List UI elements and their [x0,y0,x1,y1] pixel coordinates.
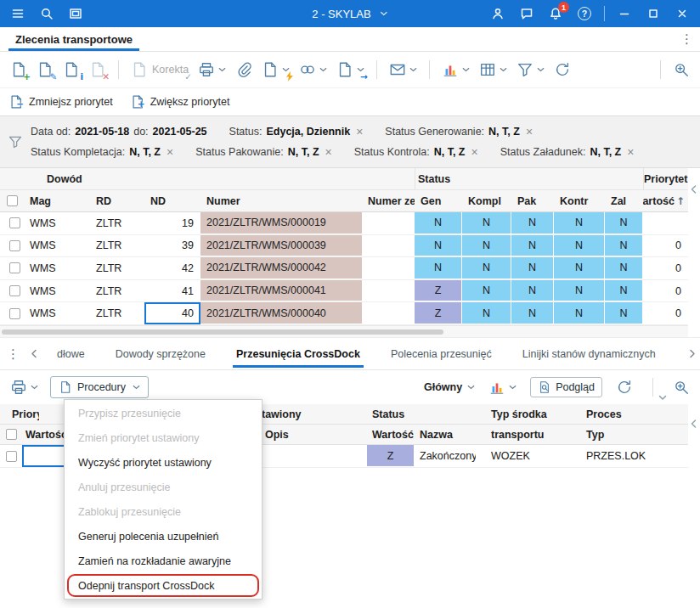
korekta-button[interactable]: ✓ Korekta [127,57,192,82]
row-checkbox[interactable] [9,308,20,319]
menu-item-przypisz-przesuniecie[interactable]: Przypisz przesunięcie [65,401,262,425]
cell-pak[interactable]: N [511,280,554,302]
filter-chip-generowanie[interactable]: Status Generowanie: N, T, Z × [385,126,533,138]
cell-kontr[interactable]: N [554,257,605,279]
cell-kompl[interactable]: N [462,257,511,279]
tab-dlowe[interactable]: dłowe [54,338,88,369]
filter-chip-data[interactable]: Data od: 2021-05-18 do: 2021-05-25 [31,126,207,138]
table-row[interactable]: WMS ZLTR 41 2021/ZLTR/WMS/000041 Z N N N… [0,280,688,303]
cell-kompl[interactable]: N [462,212,511,234]
zoom-button[interactable] [669,374,693,400]
cell-rd[interactable]: ZLTR [90,302,144,324]
filter-chip-pakowanie[interactable]: Status Pakowanie: N, T, Z × [195,146,332,158]
column-header-numer-zew[interactable]: Numer zew. [362,195,415,207]
document-info-button[interactable]: i [59,57,83,82]
filter-chip-kompletacja[interactable]: Status Kompletacja: N, T, Z × [31,146,173,158]
remove-filter-icon[interactable]: × [325,146,332,158]
menu-item-odepnij-transport-crossdock[interactable]: Odepnij transport CrossDock [65,573,262,598]
chart-button[interactable] [485,374,520,400]
column-header-wartosc[interactable]: Wartość ↑ [643,195,688,207]
cell-numer-zew[interactable] [362,235,415,257]
cell-numer[interactable]: 2021/ZLTR/WMS/000019 [200,212,362,234]
tabs-scroll-left-icon[interactable] [26,349,42,358]
cell-rd[interactable]: ZLTR [90,257,144,279]
cell-numer-zew[interactable] [362,280,415,302]
cell-nd-focused[interactable]: 40 [144,302,200,324]
cell-rd[interactable]: ZLTR [90,235,144,257]
link-documents-button[interactable] [296,57,330,82]
row-checkbox[interactable] [9,285,20,296]
cell-gen[interactable]: Z [415,280,462,302]
column-header-mag[interactable]: Mag [24,195,90,207]
column-header-nazwa[interactable]: Nazwa [415,425,476,444]
cell-zal[interactable]: N [605,212,643,234]
row-checkbox[interactable] [9,217,20,228]
cell-pak[interactable]: N [511,302,554,324]
remove-filter-icon[interactable]: × [627,146,634,158]
cell-gen[interactable]: N [415,212,462,234]
row-checkbox[interactable] [9,262,20,273]
more-vertical-icon[interactable]: ⋮ [674,31,700,47]
hamburger-menu-icon[interactable] [3,0,32,27]
table-row[interactable]: WMS ZLTR 39 2021/ZLTR/WMS/000039 N N N N… [0,235,688,258]
menu-item-wyczysc-priorytet-ustawiony[interactable]: Wyczyść priorytet ustawiony [65,450,262,475]
scrollbar-thumb[interactable] [2,329,443,335]
column-group-typ-srodka[interactable]: Typ środka [476,404,571,424]
column-header-typ[interactable]: Typ [571,425,688,444]
cell-status-nazwa[interactable]: Zakończony [415,445,476,467]
delete-document-button[interactable]: ✕ [86,57,110,82]
cell-typ-transportu[interactable]: WOZEK [476,445,571,467]
column-header-rd[interactable]: RD [90,195,144,207]
remove-filter-icon[interactable]: × [526,126,533,138]
cell-numer[interactable]: 2021/ZLTR/WMS/000041 [200,280,362,302]
column-header-numer[interactable]: Numer [200,195,362,207]
cell-nd[interactable]: 41 [144,280,200,302]
maximize-button[interactable] [639,0,668,27]
cell-nd[interactable]: 42 [144,257,200,279]
print-button[interactable] [195,57,229,82]
menu-item-generuj-polecenia-uzupelnien[interactable]: Generuj polecenia uzupełnień [65,524,262,549]
column-group-priorytet[interactable]: Priorytet [643,168,688,189]
chart-button[interactable] [438,57,473,82]
cell-numer-zew[interactable] [362,302,415,324]
cell-gen[interactable]: N [415,257,462,279]
tab-linijki-stanow-dynamicznych[interactable]: Linijki stanów dynamicznych [519,338,659,369]
cell-mag[interactable]: WMS [24,257,90,279]
menu-item-zamien-na-rozkladanie-awaryjne[interactable]: Zamień na rozkładanie awaryjne [65,549,262,573]
cell-kompl[interactable]: N [462,302,511,324]
add-document-button[interactable]: + [7,57,31,82]
column-group-status[interactable]: Status [415,168,643,189]
cell-pak[interactable]: N [511,235,554,257]
cell-gen[interactable]: Z [415,302,462,324]
tab-zlecenia-transportowe[interactable]: Zlecenia transportowe [8,27,139,51]
help-icon[interactable]: ? [570,0,599,27]
tab-przesuniecia-crossdock[interactable]: Przesunięcia CrossDock [233,338,364,369]
remove-filter-icon[interactable]: × [471,146,477,158]
collapse-side-panel-icon[interactable] [691,185,697,194]
column-header-pak[interactable]: Pak [511,195,554,207]
attachment-button[interactable] [232,57,256,82]
app-frame-icon[interactable] [61,0,90,27]
select-all-checkbox[interactable] [6,429,17,440]
filter-chip-zaladunek[interactable]: Status Załadunek: N, T, Z × [500,146,635,158]
column-header-nd[interactable]: ND [144,195,200,207]
filter-settings-button[interactable] [513,57,548,82]
cell-mag[interactable]: WMS [24,212,90,234]
column-group-dowod[interactable]: Dowód [24,173,415,185]
table-row[interactable]: WMS ZLTR 19 2021/ZLTR/WMS/000019 N N N N… [0,212,688,235]
cell-gen[interactable]: N [415,235,462,257]
cell-zal[interactable]: N [605,235,643,257]
tab-dowody-sprzezone[interactable]: Dowody sprzężone [112,338,209,369]
menu-item-zablokuj-przesuniecie[interactable]: Zablokuj przesunięcie [65,499,262,524]
cell-numer[interactable]: 2021/ZLTR/WMS/000042 [200,257,362,279]
grid-options-chevron-down-icon[interactable] [658,391,667,403]
cell-mag[interactable]: WMS [24,280,90,302]
table-row[interactable]: WMS ZLTR 42 2021/ZLTR/WMS/000042 N N N N… [0,257,688,280]
row-checkbox[interactable] [6,451,17,462]
cell-numer[interactable]: 2021/ZLTR/WMS/000039 [200,235,362,257]
filter-chip-kontrola[interactable]: Status Kontrola: N, T, Z × [354,146,478,158]
cell-wartosc[interactable] [643,212,688,234]
column-header-transportu[interactable]: transportu [476,425,571,444]
user-icon[interactable] [483,0,512,27]
cell-kontr[interactable]: N [554,280,605,302]
